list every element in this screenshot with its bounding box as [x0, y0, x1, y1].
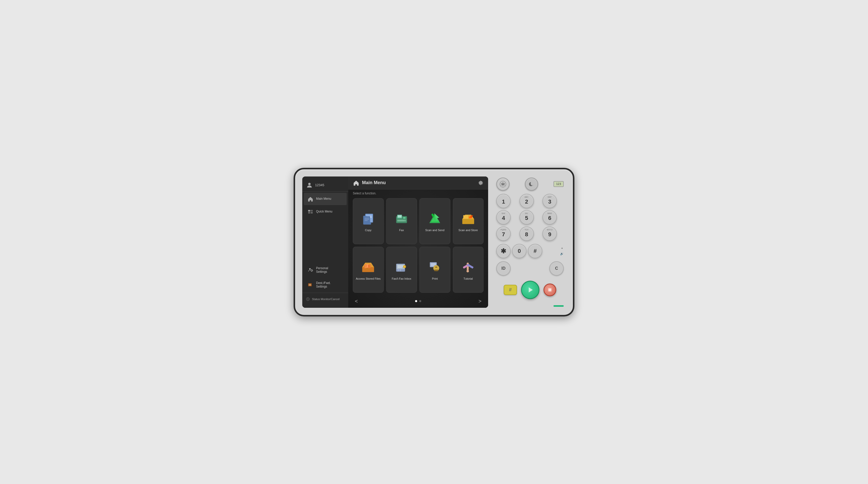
- sleep-button[interactable]: [525, 178, 538, 191]
- key-8[interactable]: TUV 8: [520, 226, 534, 241]
- key-2[interactable]: ABC 2: [520, 194, 534, 208]
- svg-point-8: [311, 270, 312, 271]
- key-7[interactable]: PQRS 7: [496, 226, 510, 241]
- star-special-button[interactable]: [496, 178, 509, 191]
- home-icon: [307, 196, 313, 202]
- scan-store-tile-label: Scan and Store: [459, 228, 478, 232]
- svg-point-12: [308, 299, 308, 299]
- key-4[interactable]: GHI 4: [496, 210, 510, 224]
- scan-and-send-tile[interactable]: Scan and Send: [420, 198, 450, 244]
- access-stored-files-tile-label: Access Stored Files: [356, 277, 381, 280]
- tutorial-tile[interactable]: Tutorial: [453, 247, 484, 293]
- sidebar-item-status-monitor[interactable]: Status Monitor/Cancel: [306, 296, 345, 303]
- sidebar-main-menu-label: Main Menu: [316, 197, 331, 201]
- id-c-row: ID C: [494, 261, 566, 276]
- user-id-label: 12345: [315, 183, 324, 187]
- dest-fwd-label: Dest./Fwd.Settings: [316, 281, 331, 289]
- key-0[interactable]: 0: [512, 244, 526, 258]
- main-content-area: Main Menu Select a function.: [348, 177, 488, 308]
- asterisk-icon: [499, 181, 506, 188]
- svg-rect-54: [400, 269, 401, 271]
- svg-rect-36: [462, 219, 474, 224]
- sidebar-item-dest-fwd[interactable]: Dest./Fwd.Settings: [304, 278, 347, 292]
- svg-rect-26: [398, 215, 401, 218]
- page-indicator: [415, 300, 421, 302]
- sidebar-user[interactable]: 12345: [302, 179, 348, 191]
- main-subtitle: Select a function.: [348, 189, 488, 196]
- key-9[interactable]: WXYZ 9: [542, 226, 557, 241]
- svg-rect-4: [311, 212, 313, 214]
- header-left: Main Menu: [353, 180, 386, 186]
- fax-ifax-inbox-icon: !: [394, 260, 409, 275]
- fax-ifax-inbox-tile[interactable]: ! Fax/I-Fax Inbox: [386, 247, 417, 293]
- sidebar-bottom: Status Monitor/Cancel: [302, 293, 348, 305]
- user-icon: [306, 182, 313, 189]
- svg-point-0: [308, 183, 310, 185]
- main-header: Main Menu: [348, 177, 488, 189]
- navigation-bar: < >: [348, 296, 488, 308]
- fax-tile-icon: [394, 211, 409, 226]
- start-button[interactable]: [521, 281, 539, 299]
- key-star[interactable]: ✱: [496, 244, 510, 258]
- key-3[interactable]: DEF 3: [542, 194, 557, 208]
- moon-icon: [528, 181, 535, 188]
- sidebar: 12345 Main Menu Quick Menu: [302, 177, 348, 308]
- next-arrow[interactable]: >: [476, 297, 484, 305]
- nav-dot-2: [419, 300, 421, 302]
- copy-tile-icon: [361, 211, 376, 226]
- sidebar-item-personal-settings[interactable]: PersonalSettings: [304, 263, 347, 277]
- id-button[interactable]: ID: [496, 261, 510, 276]
- keypad-top-row: 123: [494, 178, 566, 191]
- copy-tile-label: Copy: [365, 228, 371, 232]
- copy-tile[interactable]: Copy: [353, 198, 384, 244]
- main-menu-header-icon: [353, 180, 360, 186]
- key-hash[interactable]: #: [528, 244, 542, 258]
- key-6[interactable]: MNO 6: [542, 210, 557, 224]
- scan-send-tile-icon: [427, 211, 442, 226]
- print-tile-icon: [427, 260, 442, 275]
- key-1[interactable]: 1: [496, 194, 510, 208]
- bottom-controls: //: [494, 279, 566, 301]
- print-tile-label: Print: [432, 277, 438, 280]
- scan-send-tile-label: Scan and Send: [425, 228, 444, 232]
- quick-menu-icon: [307, 209, 313, 215]
- scan-and-store-tile[interactable]: Scan and Store: [453, 198, 484, 244]
- svg-rect-20: [364, 216, 370, 224]
- digit-display: 123: [554, 181, 564, 187]
- svg-rect-53: [398, 269, 399, 271]
- fax-tile[interactable]: Fax: [386, 198, 417, 244]
- volume-icon[interactable]: 🔊: [560, 252, 564, 255]
- clear-button[interactable]: //: [504, 285, 517, 295]
- c-label: C: [555, 266, 558, 271]
- settings-gear-icon[interactable]: [478, 180, 484, 186]
- svg-rect-44: [368, 265, 371, 268]
- svg-point-66: [466, 270, 469, 273]
- status-monitor-icon: [306, 297, 310, 301]
- scan-store-tile-icon: [461, 211, 476, 226]
- svg-point-5: [309, 210, 310, 211]
- id-label: ID: [501, 266, 505, 271]
- sidebar-quick-menu-label: Quick Menu: [316, 210, 332, 213]
- print-tile[interactable]: Print: [420, 247, 450, 293]
- sidebar-item-quick-menu[interactable]: Quick Menu: [304, 206, 347, 218]
- svg-rect-28: [397, 220, 406, 222]
- brightness-icon[interactable]: ✦: [561, 247, 563, 250]
- svg-rect-27: [403, 217, 406, 219]
- access-stored-files-tile[interactable]: Access Stored Files: [353, 247, 384, 293]
- start-icon: [526, 286, 534, 294]
- keypad-panel: 123 1 ABC 2 DEF 3 GHI 4 JKL 5: [494, 177, 566, 308]
- c-button[interactable]: C: [549, 261, 564, 276]
- printer-device: 12345 Main Menu Quick Menu: [293, 168, 575, 316]
- main-title: Main Menu: [362, 180, 386, 185]
- stop-button[interactable]: [544, 283, 556, 296]
- svg-rect-3: [308, 212, 310, 214]
- sidebar-item-main-menu[interactable]: Main Menu: [304, 193, 347, 205]
- prev-arrow[interactable]: <: [353, 297, 360, 305]
- status-indicator: [554, 305, 564, 307]
- nav-dot-1: [415, 300, 417, 302]
- fax-tile-label: Fax: [399, 228, 404, 232]
- key-5[interactable]: JKL 5: [520, 210, 534, 224]
- personal-settings-icon: [307, 267, 313, 273]
- svg-rect-62: [435, 267, 437, 268]
- svg-point-7: [309, 268, 311, 270]
